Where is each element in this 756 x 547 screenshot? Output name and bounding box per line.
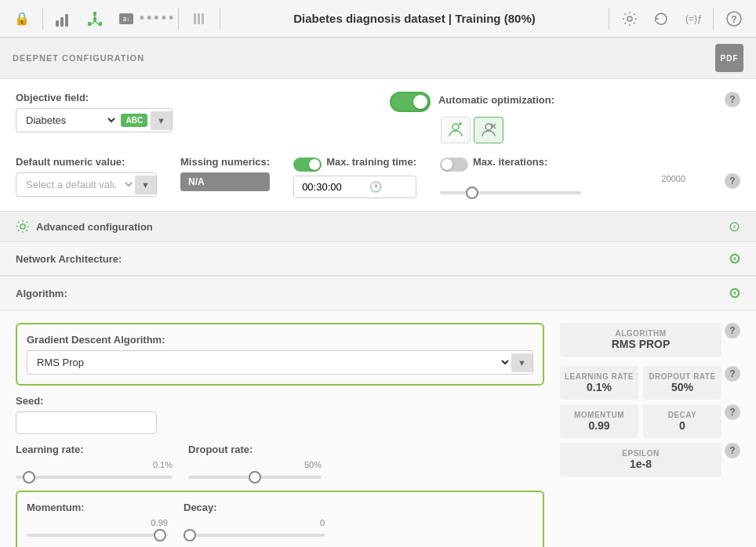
objective-select[interactable]: Diabetes	[16, 109, 118, 132]
algorithm-content: Gradient Descent Algorithm: RMS Prop SGD…	[0, 310, 756, 547]
section-title: DEEPNET CONFIGURATION	[13, 53, 144, 63]
dropout-rate-card: DROPOUT RATE 50%	[643, 366, 721, 400]
lr-summary-label: LEARNING RATE	[565, 372, 634, 381]
epsilon-summary-label: EPSILON	[569, 449, 712, 458]
advanced-config-section[interactable]: Advanced configuration ⊙	[0, 211, 756, 242]
algorithm-collapse[interactable]: ⊙	[729, 284, 740, 302]
clock-icon[interactable]: 🕐	[365, 176, 387, 197]
time-input-wrapper: 🕐	[293, 176, 416, 198]
decay-slider[interactable]	[184, 534, 325, 537]
max-iterations-value: 20000	[440, 174, 701, 183]
bars-icon[interactable]	[185, 5, 213, 33]
seed-group: Seed:	[16, 395, 544, 434]
tree-icon[interactable]	[81, 5, 109, 33]
epsilon-card: EPSILON 1e-8	[560, 443, 721, 476]
auto-opt-group: Automatic optimization:	[390, 92, 554, 143]
default-numeric-arrow[interactable]: ▼	[135, 176, 156, 194]
auto-opt-icon-btn-1[interactable]	[441, 117, 471, 143]
separator-4	[609, 8, 609, 30]
help-numerics[interactable]: ?	[725, 173, 740, 189]
dropout-rate-slider[interactable]	[188, 476, 322, 479]
advanced-collapse-icon[interactable]: ⊙	[729, 218, 740, 235]
learning-rate-group: Learning rate: 0.1%	[16, 444, 173, 481]
default-numeric-label: Default numeric value:	[16, 156, 157, 168]
max-iterations-slider[interactable]	[440, 191, 581, 194]
learning-rate-label: Learning rate:	[16, 444, 173, 455]
more-dots[interactable]: •••••	[144, 5, 172, 33]
max-iterations-toggle[interactable]	[440, 158, 468, 172]
max-iterations-label: Max. iterations:	[473, 156, 547, 168]
algorithm-header[interactable]: Algorithm: ⊙	[0, 277, 756, 310]
help-rates-summary[interactable]: ?	[725, 366, 740, 382]
objective-dropdown-arrow[interactable]: ▼	[151, 111, 172, 130]
decay-label: Decay:	[184, 502, 325, 513]
momentum-group: Momentum: 0.99	[27, 502, 168, 539]
learning-rate-value: 0.1%	[16, 460, 173, 469]
gradient-select[interactable]: RMS Prop SGD Adam	[27, 351, 511, 374]
pdf-button[interactable]: PDF	[715, 44, 743, 72]
time-input[interactable]	[294, 176, 365, 197]
momentum-decay-row: Momentum: 0.99 Decay: 0	[27, 502, 533, 539]
momentum-box: Momentum: 0.99 Decay: 0 Epsilon: 1e-8	[16, 491, 544, 547]
summary-algo-row: ALGORITHM RMS PROP ?	[560, 323, 740, 361]
momentum-slider[interactable]	[27, 534, 168, 537]
rate-cards: LEARNING RATE 0.1% DROPOUT RATE 50%	[560, 366, 721, 400]
auto-opt-toggle[interactable]	[390, 92, 431, 112]
decay-group: Decay: 0	[184, 502, 325, 539]
advanced-config-label: Advanced configuration	[16, 219, 153, 234]
momentum-card: MOMENTUM 0.99	[560, 404, 638, 438]
help-epsilon-summary[interactable]: ?	[725, 443, 740, 458]
max-iter-toggle-thumb	[442, 159, 453, 170]
help-momdec-summary[interactable]: ?	[725, 404, 740, 420]
seed-label: Seed:	[16, 395, 544, 407]
svg-point-22	[485, 124, 492, 130]
gradient-dropdown-arrow[interactable]: ▼	[511, 353, 532, 372]
toggle-track	[390, 92, 431, 112]
badge-icon[interactable]: 3↓	[112, 5, 140, 33]
missing-numerics-group: Missing numerics: N/A	[180, 156, 270, 191]
help-algo-summary[interactable]: ?	[725, 323, 740, 339]
separator-2	[178, 8, 179, 30]
na-badge: N/A	[180, 172, 270, 191]
svg-rect-12	[194, 13, 196, 24]
row2: Default numeric value: Select a default …	[0, 156, 756, 211]
max-iterations-group: Max. iterations: 20000	[440, 156, 701, 197]
settings-icon[interactable]	[616, 5, 644, 33]
advanced-label-text: Advanced configuration	[36, 221, 153, 233]
lock-icon[interactable]: 🔒	[8, 5, 36, 33]
max-training-label: Max. training time:	[326, 156, 416, 168]
signal-icon[interactable]	[49, 5, 78, 33]
gradient-select-wrapper: RMS Prop SGD Adam ▼	[27, 350, 533, 375]
algo-summary-card: ALGORITHM RMS PROP	[560, 323, 721, 357]
summary-rate-row: LEARNING RATE 0.1% DROPOUT RATE 50% ?	[560, 366, 740, 400]
dropout-rate-value: 50%	[188, 460, 322, 469]
svg-text:?: ?	[731, 14, 736, 25]
toggle-sm-thumb	[309, 159, 320, 170]
auto-opt-icon-btn-2[interactable]	[474, 117, 503, 143]
auto-opt-icons-row	[441, 117, 503, 143]
svg-point-15	[627, 16, 632, 21]
network-arch-header[interactable]: Network Architecture: ⊙	[0, 242, 756, 276]
seed-input[interactable]	[16, 411, 157, 434]
default-numeric-select[interactable]: Select a default value	[16, 173, 135, 196]
toggle-thumb	[413, 95, 427, 109]
svg-rect-1	[60, 17, 64, 27]
objective-field-label: Objective field:	[16, 92, 173, 103]
formula-icon[interactable]: (=)ƒ	[678, 5, 707, 33]
refresh-icon[interactable]	[647, 5, 675, 33]
max-training-toggle[interactable]	[293, 158, 322, 172]
mom-summary-label: MOMENTUM	[565, 411, 634, 419]
momdec-cards: MOMENTUM 0.99 DECAY 0	[560, 404, 721, 438]
objective-field-group: Objective field: Diabetes ABC ▼	[16, 92, 173, 132]
network-arch-collapse[interactable]: ⊙	[729, 250, 740, 267]
network-arch-label: Network Architecture:	[16, 253, 122, 265]
dropout-rate-label: Dropout rate:	[188, 444, 322, 455]
svg-point-25	[20, 224, 25, 229]
algo-summary-value: RMS PROP	[569, 338, 712, 350]
gradient-label: Gradient Descent Algorithm:	[27, 334, 533, 346]
learning-rate-slider[interactable]	[16, 476, 173, 479]
help-auto-opt[interactable]: ?	[725, 92, 740, 107]
lr-summary-value: 0.1%	[565, 381, 634, 393]
momentum-value: 0.99	[27, 518, 168, 527]
help-toolbar-icon[interactable]: ?	[720, 5, 748, 33]
